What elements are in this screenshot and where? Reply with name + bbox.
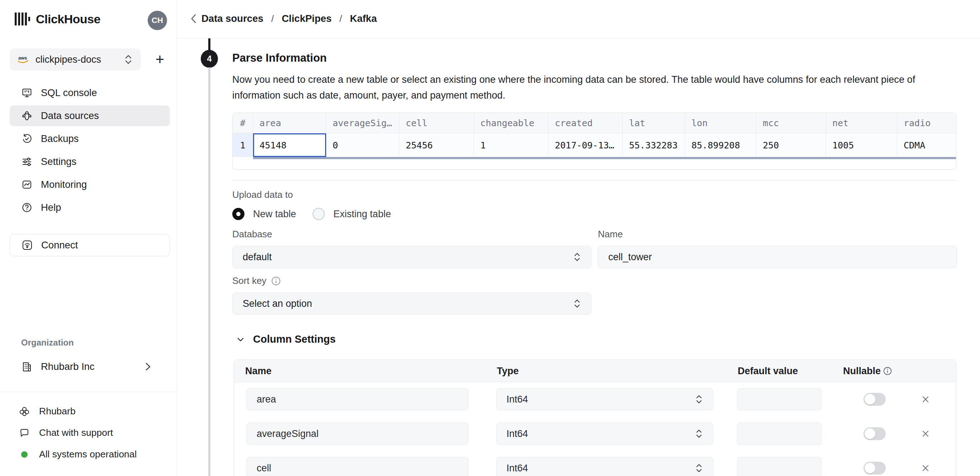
preview-cell[interactable]: 1005 xyxy=(826,133,897,157)
remove-column-button[interactable] xyxy=(920,394,931,405)
preview-cell[interactable]: 1 xyxy=(474,133,549,157)
column-type-value: Int64 xyxy=(506,463,694,474)
column-settings-table: Name Type Default value Nullable Int64In… xyxy=(234,360,956,476)
name-label: Name xyxy=(598,229,623,240)
sort-key-select-value: Select an option xyxy=(243,298,572,309)
avatar[interactable]: CH xyxy=(148,11,167,30)
sidebar-item-sql-console[interactable]: SQL console xyxy=(10,83,170,103)
info-icon[interactable] xyxy=(883,366,892,376)
preview-table-header: #areaaverageSig…cellchangeablecreatedlat… xyxy=(232,113,956,133)
sidebar-item-monitoring[interactable]: Monitoring xyxy=(10,174,170,195)
chevron-down-icon xyxy=(235,335,246,344)
service-selector[interactable]: aws clickpipes-docs xyxy=(10,48,141,71)
monitoring-icon xyxy=(22,179,32,190)
nullable-toggle[interactable] xyxy=(864,393,886,406)
footer-item-chat-with-support[interactable]: Chat with support xyxy=(19,427,113,438)
horizontal-scrollbar[interactable] xyxy=(253,157,956,159)
help-icon xyxy=(22,202,32,213)
sidebar-item-label: SQL console xyxy=(41,87,97,99)
column-settings-row-cell: Int64 xyxy=(234,457,956,476)
breadcrumb-item-kafka[interactable]: Kafka xyxy=(350,13,377,24)
add-service-button[interactable]: + xyxy=(150,49,170,70)
column-type-select[interactable]: Int64 xyxy=(496,423,713,445)
footer-item-rhubarb[interactable]: Rhubarb xyxy=(19,406,76,417)
chevron-updown-icon xyxy=(694,462,704,474)
section-divider xyxy=(232,180,956,181)
back-button[interactable] xyxy=(188,13,199,24)
remove-column-button[interactable] xyxy=(920,428,931,439)
column-default-value-input[interactable] xyxy=(737,457,822,476)
sidebar-item-label: Monitoring xyxy=(41,179,87,190)
column-default-value-input[interactable] xyxy=(737,423,822,445)
sidebar: ClickHouse CH aws clickpipes-docs + SQL … xyxy=(0,0,177,476)
toggle-knob xyxy=(865,463,875,473)
column-name-input[interactable] xyxy=(246,388,468,411)
footer-item-label: Rhubarb xyxy=(39,406,76,417)
data-preview-table: #areaaverageSig…cellchangeablecreatedlat… xyxy=(232,113,956,170)
breadcrumb-item-clickpipes[interactable]: ClickPipes xyxy=(282,13,332,24)
breadcrumb-separator: / xyxy=(271,13,274,24)
sidebar-item-label: Help xyxy=(41,202,61,213)
preview-cell[interactable]: 250 xyxy=(756,133,826,157)
svg-text:aws: aws xyxy=(18,55,27,60)
sidebar-item-backups[interactable]: Backups xyxy=(10,128,170,149)
column-default-value-input[interactable] xyxy=(737,388,822,411)
nullable-toggle[interactable] xyxy=(864,427,886,440)
preview-cell[interactable]: 55.332283 xyxy=(623,133,685,157)
preview-cell-selected[interactable]: 45148 xyxy=(253,133,326,157)
radio-new-table[interactable] xyxy=(232,208,245,220)
radio-existing-table[interactable] xyxy=(313,208,325,220)
preview-cell[interactable]: 2017-09-13… xyxy=(549,133,623,157)
status-dot xyxy=(19,449,30,460)
building-icon xyxy=(22,361,32,372)
breadcrumb-item-data-sources[interactable]: Data sources xyxy=(202,13,264,24)
radio-label[interactable]: New table xyxy=(253,209,296,220)
preview-header-changeable: changeable xyxy=(474,113,549,133)
preview-header-created: created xyxy=(549,113,623,133)
table-mode-radio-group: New tableExisting table xyxy=(232,208,399,220)
column-settings-row-averageSignal: Int64 xyxy=(234,423,956,445)
organization-switcher[interactable]: Rhubarb Inc xyxy=(10,356,170,377)
remove-column-button[interactable] xyxy=(920,463,931,473)
clickhouse-cloud-app: ClickHouse CH aws clickpipes-docs + SQL … xyxy=(0,0,980,476)
header-type: Type xyxy=(497,360,519,382)
brand-logo[interactable]: ClickHouse xyxy=(14,11,100,27)
chevron-updown-icon xyxy=(572,251,582,263)
preview-header-lon: lon xyxy=(685,113,756,133)
sidebar-item-help[interactable]: Help xyxy=(10,197,170,218)
chat-icon xyxy=(19,428,30,438)
sidebar-footer: RhubarbChat with supportAll systems oper… xyxy=(0,392,177,476)
connect-button[interactable]: Connect xyxy=(10,234,170,256)
column-type-value: Int64 xyxy=(506,394,694,405)
column-name-input[interactable] xyxy=(246,457,468,476)
sidebar-item-settings[interactable]: Settings xyxy=(10,151,170,172)
chevron-updown-icon xyxy=(694,393,704,405)
chevron-updown-icon xyxy=(123,54,134,65)
connect-label: Connect xyxy=(41,239,78,251)
sidebar-item-label: Backups xyxy=(41,133,78,145)
preview-header-mcc: mcc xyxy=(756,113,826,133)
stepper-line-completed xyxy=(208,38,210,51)
radio-label[interactable]: Existing table xyxy=(333,209,391,220)
preview-header-net: net xyxy=(826,113,897,133)
clickhouse-logo-icon xyxy=(14,11,30,27)
preview-cell[interactable]: 0 xyxy=(326,133,399,157)
column-name-input[interactable] xyxy=(246,423,468,445)
column-settings-toggle[interactable]: Column Settings xyxy=(235,333,336,345)
info-icon[interactable] xyxy=(271,276,281,286)
sort-key-select[interactable]: Select an option xyxy=(232,293,592,315)
preview-cell[interactable]: 25456 xyxy=(399,133,474,157)
footer-item-all-systems-operational[interactable]: All systems operational xyxy=(19,449,137,460)
database-select[interactable]: default xyxy=(232,246,592,268)
column-type-select[interactable]: Int64 xyxy=(496,457,713,476)
sort-key-label-row: Sort key xyxy=(232,275,281,287)
sidebar-item-data-sources[interactable]: Data sources xyxy=(10,105,170,126)
preview-header-area: area xyxy=(253,113,326,133)
nullable-toggle[interactable] xyxy=(864,462,886,474)
preview-header-index: # xyxy=(232,113,253,133)
preview-cell[interactable]: CDMA xyxy=(897,133,956,157)
page-title: Parse Information xyxy=(232,52,327,65)
column-type-select[interactable]: Int64 xyxy=(496,388,713,411)
preview-cell[interactable]: 85.899208 xyxy=(685,133,756,157)
table-name-input[interactable] xyxy=(598,246,957,268)
